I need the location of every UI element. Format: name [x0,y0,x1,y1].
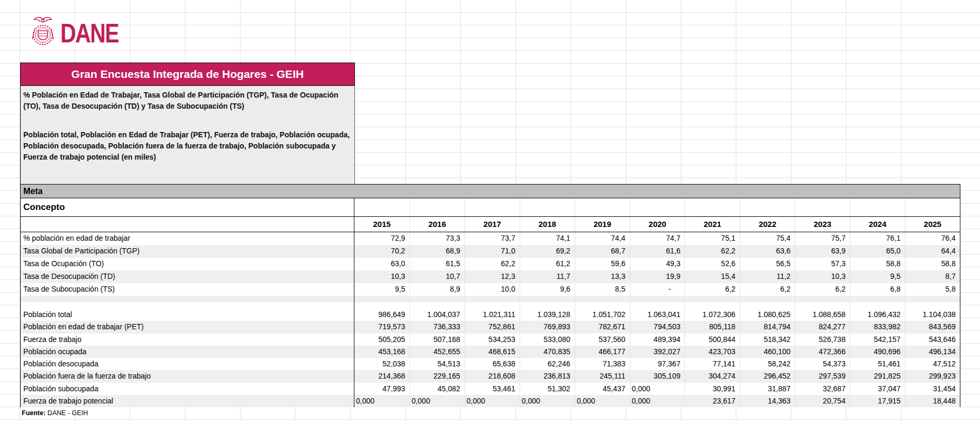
value-cell[interactable]: 75,4 [740,232,795,245]
concept-label[interactable]: Tasa de Desocupación (TD) [21,270,354,283]
value-cell[interactable]: 1.080,625 [740,309,795,321]
value-cell[interactable] [684,296,740,309]
value-cell[interactable]: 8,7 [905,270,960,283]
value-cell[interactable]: 61,2 [520,258,575,270]
value-cell[interactable]: 58,8 [905,258,960,270]
value-cell[interactable]: 31,887 [740,383,795,395]
value-cell[interactable]: 543,646 [905,334,960,346]
year-header-2024[interactable]: 2024 [850,217,905,232]
value-cell[interactable] [520,296,575,309]
value-cell[interactable] [520,198,575,216]
value-cell[interactable]: 58,8 [850,258,905,270]
value-cell[interactable]: 10,3 [354,270,409,283]
value-cell[interactable]: 57,3 [795,258,850,270]
year-header-2019[interactable]: 2019 [575,217,630,232]
concept-label[interactable]: Población fuera de la fuerza de trabajo [21,370,354,382]
year-header-2017[interactable]: 2017 [465,217,520,232]
value-cell[interactable]: 72,9 [354,232,409,245]
concept-label[interactable]: Población en edad de trabajar (PET) [21,321,354,333]
value-cell[interactable] [630,198,685,216]
value-cell[interactable]: 10,3 [795,270,850,283]
value-cell[interactable]: 15,4 [684,270,740,283]
value-cell[interactable]: 470,835 [520,346,575,358]
value-cell[interactable] [740,296,795,309]
value-cell[interactable]: 466,177 [575,346,630,358]
value-cell[interactable]: 17,915 [850,395,905,407]
value-cell[interactable]: 1.051,702 [575,309,630,321]
concept-label[interactable]: Población ocupada [21,346,354,358]
value-cell[interactable] [795,296,850,309]
value-cell[interactable]: 76,4 [905,232,960,245]
value-cell[interactable]: 769,893 [520,321,575,333]
value-cell[interactable]: 534,253 [465,334,520,346]
value-cell[interactable]: 31,454 [905,383,960,395]
value-cell[interactable]: 218,608 [465,370,520,382]
value-cell[interactable]: 71,0 [465,245,520,258]
value-cell[interactable]: 11,2 [740,270,795,283]
value-cell[interactable]: 61,6 [630,245,685,258]
value-cell[interactable]: 518,342 [740,334,795,346]
value-cell[interactable]: 1.088,658 [795,309,850,321]
value-cell[interactable]: 490,696 [850,346,905,358]
value-cell[interactable]: 453,168 [354,346,409,358]
value-cell[interactable]: 452,655 [409,346,465,358]
year-header-2015[interactable]: 2015 [354,217,409,232]
value-cell[interactable] [795,198,850,216]
value-cell[interactable]: 73,3 [409,232,465,245]
value-cell[interactable]: 75,1 [684,232,740,245]
value-cell[interactable]: 6,2 [795,283,850,296]
value-cell[interactable]: 0,000 [409,395,465,407]
value-cell[interactable]: 62,2 [465,258,520,270]
value-cell[interactable]: 63,0 [354,258,409,270]
value-cell[interactable]: 63,9 [795,245,850,258]
value-cell[interactable]: 0,000 [630,395,685,407]
value-cell[interactable]: 62,2 [684,245,740,258]
value-cell[interactable]: 74,1 [520,232,575,245]
value-cell[interactable]: 1.096,432 [850,309,905,321]
year-header-2020[interactable]: 2020 [630,217,685,232]
value-cell[interactable]: 392,027 [630,346,685,358]
value-cell[interactable]: 8,9 [409,283,465,296]
value-cell[interactable]: 526,738 [795,334,850,346]
value-cell[interactable]: 70,2 [354,245,409,258]
value-cell[interactable]: 53,461 [465,383,520,395]
value-cell[interactable]: 1.063,041 [630,309,685,321]
value-cell[interactable]: 71,383 [575,358,630,370]
value-cell[interactable]: 97,367 [630,358,685,370]
value-cell[interactable]: 65,638 [465,358,520,370]
value-cell[interactable] [465,198,520,216]
value-cell[interactable]: 56,5 [740,258,795,270]
value-cell[interactable]: 460,100 [740,346,795,358]
value-cell[interactable]: 69,2 [520,245,575,258]
concept-label[interactable]: % población en edad de trabajar [21,232,354,245]
year-header-2021[interactable]: 2021 [684,217,740,232]
value-cell[interactable]: 64,4 [905,245,960,258]
value-cell[interactable] [575,198,630,216]
value-cell[interactable]: 236,813 [520,370,575,382]
value-cell[interactable]: 75,7 [795,232,850,245]
value-cell[interactable]: 30,991 [684,383,740,395]
value-cell[interactable]: 68,9 [409,245,465,258]
value-cell[interactable]: 833,982 [850,321,905,333]
concept-label[interactable]: Tasa de Subocupación (TS) [21,283,354,296]
value-cell[interactable]: 507,168 [409,334,465,346]
value-cell[interactable]: 305,109 [630,370,685,382]
value-cell[interactable]: 65,0 [850,245,905,258]
value-cell[interactable]: 45,437 [575,383,630,395]
value-cell[interactable]: 468,615 [465,346,520,358]
concept-label[interactable]: Población subocupada [21,383,354,395]
value-cell[interactable]: 291,825 [850,370,905,382]
value-cell[interactable]: 843,569 [905,321,960,333]
value-cell[interactable] [740,198,795,216]
value-cell[interactable]: 12,3 [465,270,520,283]
value-cell[interactable]: 51,461 [850,358,905,370]
value-cell[interactable]: 537,560 [575,334,630,346]
value-cell[interactable]: 54,513 [409,358,465,370]
value-cell[interactable]: - [630,283,685,296]
value-cell[interactable]: 6,2 [740,283,795,296]
value-cell[interactable]: 23,617 [684,395,740,407]
value-cell[interactable]: 752,861 [465,321,520,333]
value-cell[interactable]: 1.021,311 [465,309,520,321]
value-cell[interactable] [465,296,520,309]
value-cell[interactable]: 58,242 [740,358,795,370]
